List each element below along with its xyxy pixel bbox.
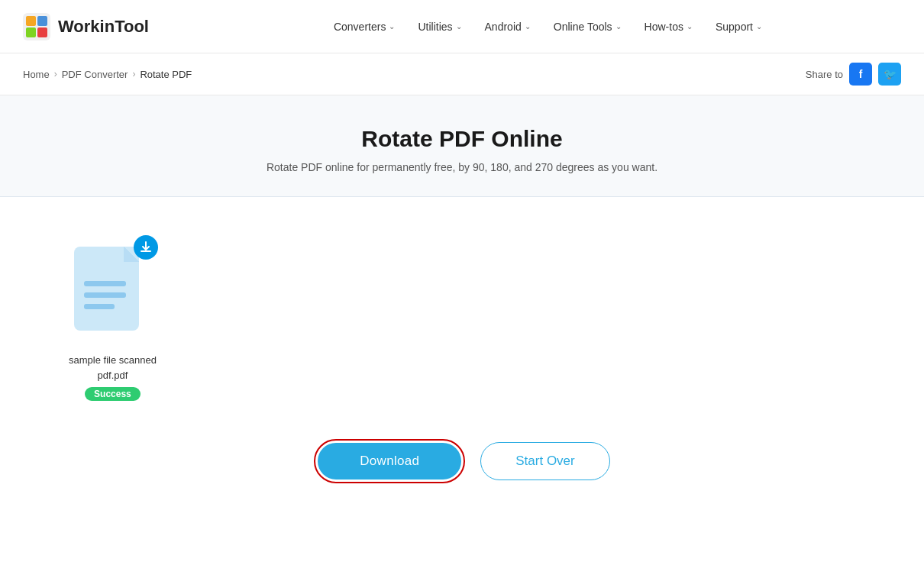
breadcrumb-home[interactable]: Home	[23, 69, 50, 80]
breadcrumb-pdf-converter[interactable]: PDF Converter	[62, 69, 128, 80]
page-subtitle: Rotate PDF online for permanently free, …	[15, 161, 909, 173]
file-area: sample file scanned pdf.pdf Success	[23, 228, 901, 401]
svg-rect-3	[26, 27, 36, 37]
download-button[interactable]: Download	[318, 443, 461, 480]
svg-rect-7	[84, 292, 126, 298]
chevron-down-icon: ⌄	[389, 22, 395, 31]
chevron-down-icon: ⌄	[615, 22, 622, 31]
nav-converters[interactable]: Converters ⌄	[334, 21, 395, 33]
share-label: Share to	[806, 69, 843, 80]
share-area: Share to f 🐦	[806, 63, 901, 86]
nav-online-tools[interactable]: Online Tools ⌄	[554, 21, 622, 33]
header: WorkinTool Converters ⌄ Utilities ⌄ Andr…	[0, 0, 924, 53]
chevron-down-icon: ⌄	[525, 22, 531, 31]
logo[interactable]: WorkinTool	[23, 13, 149, 40]
svg-rect-4	[37, 27, 47, 37]
breadcrumb-sep-2: ›	[132, 69, 135, 79]
main-nav: Converters ⌄ Utilities ⌄ Android ⌄ Onlin…	[195, 21, 901, 33]
download-button-wrapper: Download	[314, 439, 465, 483]
share-facebook-button[interactable]: f	[849, 63, 872, 86]
breadcrumb: Home › PDF Converter › Rotate PDF	[23, 69, 192, 80]
main-area: sample file scanned pdf.pdf Success Down…	[0, 197, 924, 521]
chevron-down-icon: ⌄	[756, 22, 762, 31]
download-badge-icon	[134, 235, 158, 260]
breadcrumb-bar: Home › PDF Converter › Rotate PDF Share …	[0, 53, 924, 95]
nav-support[interactable]: Support ⌄	[716, 21, 762, 33]
nav-android[interactable]: Android ⌄	[485, 21, 531, 33]
breadcrumb-current: Rotate PDF	[140, 69, 192, 80]
svg-rect-2	[37, 16, 47, 26]
file-name: sample file scanned pdf.pdf	[69, 353, 157, 383]
share-twitter-button[interactable]: 🐦	[878, 63, 901, 86]
chevron-down-icon: ⌄	[687, 22, 693, 31]
chevron-down-icon: ⌄	[456, 22, 462, 31]
nav-how-tos[interactable]: How-tos ⌄	[645, 21, 693, 33]
page-title: Rotate PDF Online	[15, 126, 909, 152]
logo-text: WorkinTool	[58, 17, 149, 37]
svg-rect-6	[84, 281, 126, 286]
hero-section: Rotate PDF Online Rotate PDF online for …	[0, 95, 924, 197]
start-over-button[interactable]: Start Over	[480, 442, 609, 480]
logo-icon	[23, 13, 50, 40]
nav-utilities[interactable]: Utilities ⌄	[418, 21, 461, 33]
svg-rect-1	[26, 16, 36, 26]
svg-rect-8	[84, 304, 115, 309]
status-badge: Success	[85, 387, 141, 401]
action-buttons: Download Start Over	[23, 439, 901, 483]
breadcrumb-sep-1: ›	[54, 69, 57, 79]
file-card: sample file scanned pdf.pdf Success	[69, 243, 157, 401]
